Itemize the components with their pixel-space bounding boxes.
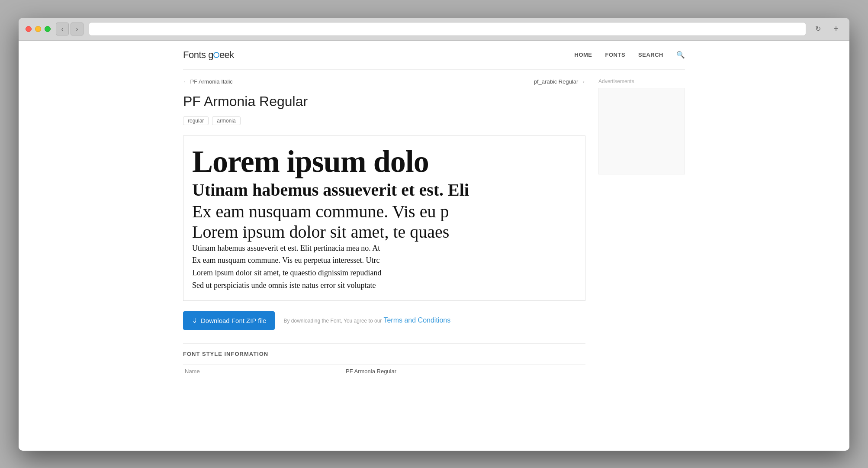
table-cell-value: PF Armonia Regular: [344, 364, 585, 378]
info-section-title: FONT STYLE INFORMATION: [183, 351, 585, 357]
preview-line-7: Lorem ipsum dolor sit amet, te quaestio …: [192, 267, 576, 279]
forward-button[interactable]: ›: [71, 23, 84, 36]
logo-text-eek: eek: [219, 49, 234, 60]
ads-label: Advertisements: [598, 78, 685, 84]
font-navigation: ← PF Armonia Italic pf_arabic Regular →: [183, 78, 585, 85]
tag-regular[interactable]: regular: [183, 116, 209, 125]
terms-container: By downloading the Font, You agree to ou…: [283, 316, 450, 324]
download-button-label: Download Font ZIP file: [201, 317, 266, 324]
back-button[interactable]: ‹: [56, 23, 69, 36]
download-button[interactable]: ⇓ Download Font ZIP file: [183, 311, 275, 330]
preview-line-3: Ex eam nusquam commune. Vis eu p: [192, 201, 576, 222]
nav-search[interactable]: SEARCH: [638, 52, 663, 58]
nav-home[interactable]: HOME: [575, 52, 592, 58]
logo-text-fonts: Fonts g: [183, 49, 213, 60]
terms-link[interactable]: Terms and Conditions: [383, 316, 450, 324]
prev-font-link[interactable]: ← PF Armonia Italic: [183, 78, 233, 85]
new-tab-button[interactable]: +: [829, 23, 842, 36]
ads-box: [598, 88, 685, 174]
preview-line-8: Sed ut perspiciatis unde omnis iste natu…: [192, 279, 576, 292]
browser-content: Fonts geek HOME FONTS SEARCH 🔍 ← PF Armo…: [19, 41, 849, 451]
main-content: ← PF Armonia Italic pf_arabic Regular → …: [183, 70, 685, 387]
maximize-button[interactable]: [45, 26, 51, 32]
site-logo[interactable]: Fonts geek: [183, 49, 234, 61]
site-header: Fonts geek HOME FONTS SEARCH 🔍: [183, 41, 685, 70]
nav-fonts[interactable]: FONTS: [605, 52, 626, 58]
table-row: Name PF Armonia Regular: [183, 364, 585, 378]
site-nav: HOME FONTS SEARCH 🔍: [575, 51, 685, 59]
preview-line-6: Ex eam nusquam commune. Vis eu perpetua …: [192, 254, 576, 267]
browser-chrome: ‹ › ↻ +: [19, 18, 849, 41]
download-icon: ⇓: [192, 316, 197, 325]
font-info-section: FONT STYLE INFORMATION Name PF Armonia R…: [183, 343, 585, 378]
font-tags: regular armonia: [183, 116, 585, 125]
content-area: ← PF Armonia Italic pf_arabic Regular → …: [183, 78, 585, 378]
table-cell-label: Name: [183, 364, 344, 378]
search-icon[interactable]: 🔍: [676, 51, 685, 59]
traffic-lights: [26, 26, 51, 32]
download-section: ⇓ Download Font ZIP file By downloading …: [183, 311, 585, 330]
preview-line-5: Utinam habemus assueverit et est. Elit p…: [192, 242, 576, 255]
terms-text: By downloading the Font, You agree to ou…: [283, 318, 382, 324]
browser-window: ‹ › ↻ + Fonts geek HOME FONTS SEARCH 🔍: [19, 18, 849, 451]
close-button[interactable]: [26, 26, 32, 32]
refresh-button[interactable]: ↻: [811, 23, 824, 36]
logo-circle-o: [213, 52, 219, 58]
preview-line-2: Utinam habemus assueverit et est. Eli: [192, 179, 576, 201]
address-bar[interactable]: [89, 22, 806, 36]
info-table: Name PF Armonia Regular: [183, 364, 585, 378]
tag-armonia[interactable]: armonia: [212, 116, 240, 125]
next-font-link[interactable]: pf_arabic Regular →: [534, 78, 585, 85]
page-wrapper: Fonts geek HOME FONTS SEARCH 🔍 ← PF Armo…: [174, 41, 694, 387]
font-title: PF Armonia Regular: [183, 94, 585, 110]
preview-line-4: Lorem ipsum dolor sit amet, te quaes: [192, 222, 576, 242]
nav-buttons: ‹ ›: [56, 23, 84, 36]
font-preview: Lorem ipsum dolo Utinam habemus assuever…: [183, 136, 585, 301]
preview-line-1: Lorem ipsum dolo: [192, 145, 576, 179]
minimize-button[interactable]: [35, 26, 41, 32]
sidebar: Advertisements: [598, 78, 685, 378]
